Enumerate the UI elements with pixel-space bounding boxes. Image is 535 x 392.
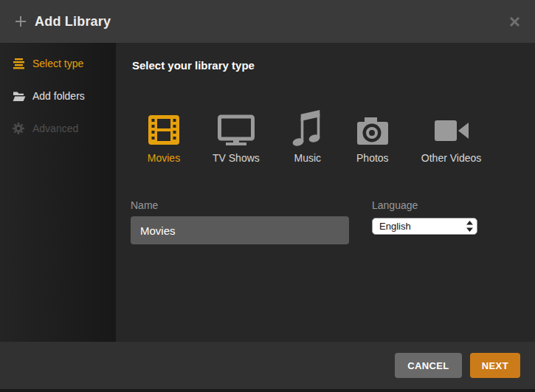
panel-heading: Select your library type bbox=[132, 59, 535, 72]
language-field-group: Language English bbox=[372, 199, 477, 244]
page-background-edge bbox=[0, 389, 535, 392]
library-type-label: TV Shows bbox=[213, 152, 260, 164]
library-name-input[interactable] bbox=[131, 216, 349, 244]
sidebar-item-label: Advanced bbox=[32, 123, 78, 134]
select-type-panel: Select your library type Movies bbox=[116, 43, 535, 342]
dialog-header: Add Library bbox=[0, 0, 535, 43]
cancel-button[interactable]: CANCEL bbox=[395, 353, 462, 378]
plus-icon bbox=[15, 16, 27, 27]
dialog-footer: CANCEL NEXT bbox=[0, 342, 535, 389]
language-field-label: Language bbox=[372, 199, 477, 211]
library-type-label: Music bbox=[294, 152, 322, 164]
fields-row: Name Language English bbox=[131, 199, 535, 244]
wizard-steps-sidebar: Select type Add folders bbox=[0, 43, 116, 342]
add-library-dialog: Add Library Select type bbox=[0, 0, 535, 392]
sidebar-item-label: Add folders bbox=[32, 90, 85, 102]
close-icon[interactable] bbox=[508, 16, 520, 27]
name-field-group: Name bbox=[131, 199, 349, 244]
sidebar-item-advanced: Advanced bbox=[0, 112, 116, 145]
list-icon bbox=[13, 58, 27, 69]
sidebar-item-label: Select type bbox=[32, 58, 83, 69]
camera-icon bbox=[356, 109, 390, 147]
library-type-other-videos[interactable]: Other Videos bbox=[421, 109, 481, 164]
folder-icon bbox=[13, 91, 27, 102]
library-type-photos[interactable]: Photos bbox=[356, 109, 390, 164]
library-type-row: Movies TV Shows bbox=[147, 109, 535, 164]
name-field-label: Name bbox=[131, 199, 349, 211]
next-button[interactable]: NEXT bbox=[470, 353, 520, 378]
library-type-label: Photos bbox=[356, 152, 389, 164]
film-icon bbox=[147, 109, 181, 147]
library-type-label: Movies bbox=[148, 152, 180, 164]
sidebar-item-select-type[interactable]: Select type bbox=[0, 47, 116, 80]
library-type-movies[interactable]: Movies bbox=[147, 109, 181, 164]
gear-icon bbox=[13, 123, 27, 134]
library-type-tv-shows[interactable]: TV Shows bbox=[213, 109, 260, 164]
sidebar-item-add-folders[interactable]: Add folders bbox=[0, 80, 116, 112]
select-stepper-icon bbox=[466, 221, 473, 236]
library-type-label: Other Videos bbox=[421, 152, 481, 164]
music-note-icon bbox=[291, 109, 324, 147]
video-camera-icon bbox=[434, 109, 469, 147]
dialog-title: Add Library bbox=[35, 14, 111, 30]
language-select-value: English bbox=[379, 221, 411, 232]
tv-icon bbox=[217, 109, 255, 147]
language-select[interactable]: English bbox=[372, 218, 477, 235]
library-type-music[interactable]: Music bbox=[291, 109, 324, 164]
